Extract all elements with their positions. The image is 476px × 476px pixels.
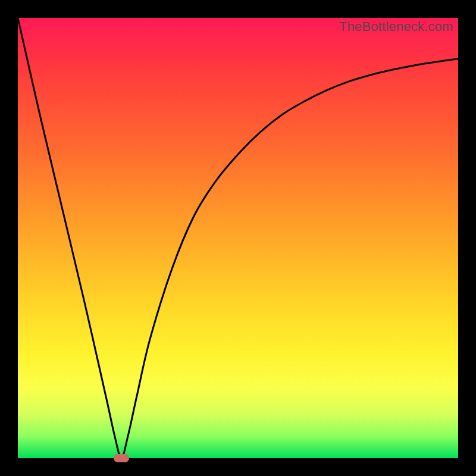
minimum-marker xyxy=(114,454,129,462)
bottleneck-curve xyxy=(18,18,458,458)
curve-svg xyxy=(18,18,458,458)
plot-area: TheBottleneck.com xyxy=(18,18,458,458)
chart-frame: TheBottleneck.com xyxy=(0,0,476,476)
